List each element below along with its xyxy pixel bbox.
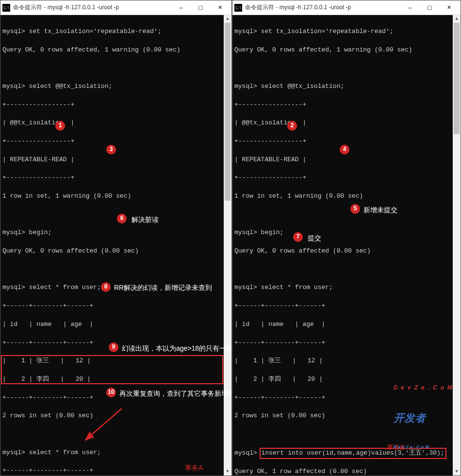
table-sep: +------+--------+------+ <box>234 302 459 311</box>
scrollbar-left[interactable]: ▲ ▼ <box>224 15 231 476</box>
table-sep: +-----------------+ <box>2 101 230 110</box>
badge-1: 1 <box>55 121 65 131</box>
annotation-8: RR解决的幻读，新增记录未查到 <box>114 283 212 292</box>
table-sep: +------+--------+------+ <box>234 339 459 348</box>
table-row: | 1 | 张三 | 12 | <box>234 357 459 366</box>
badge-7: 7 <box>293 232 303 242</box>
left-window: C:\ 命令提示符 - mysql -h 127.0.0.1 -uroot -p… <box>0 0 232 476</box>
minimize-button[interactable]: ─ <box>400 0 420 15</box>
table-header: | id | name | age | <box>2 320 230 329</box>
badge-2: 2 <box>287 121 297 131</box>
badge-8: 8 <box>101 282 111 292</box>
cmd-line: mysql> begin; <box>234 228 459 238</box>
table-row: | 1 | 张三 | 12 | <box>2 357 230 366</box>
cmd-line: mysql> select * from user; <box>234 283 459 292</box>
titlebar-left[interactable]: C:\ 命令提示符 - mysql -h 127.0.0.1 -uroot -p… <box>0 0 231 15</box>
scroll-down-icon[interactable]: ▼ <box>453 468 461 476</box>
annotation-6: 解决脏读 <box>132 215 159 224</box>
scroll-down-icon[interactable]: ▼ <box>224 468 231 476</box>
annotation-7: 提交 <box>308 233 321 243</box>
arrow-icon <box>73 404 127 447</box>
close-button[interactable]: ✕ <box>439 0 459 15</box>
table-header: | @@tx_isolation | <box>2 119 230 128</box>
output-line: 2 rows in set (0.00 sec) <box>2 411 230 421</box>
output-line: Query OK, 0 rows affected (0.00 sec) <box>234 247 459 256</box>
scroll-track[interactable] <box>224 23 231 468</box>
table-sep: +-----------------+ <box>234 173 459 183</box>
close-button[interactable]: ✕ <box>210 0 230 15</box>
output-line: Query OK, 0 rows affected (0.00 sec) <box>2 247 230 256</box>
output-line: Query OK, 0 rows affected, 1 warning (0.… <box>234 46 459 55</box>
scroll-thumb[interactable] <box>454 23 460 134</box>
table-sep: +-----------------+ <box>234 101 459 110</box>
terminal-left[interactable]: mysql> set tx_isolation='repeatable-read… <box>0 15 231 476</box>
table-sep: +-----------------+ <box>2 173 230 183</box>
output-line: Query OK, 0 rows affected, 1 warning (0.… <box>2 46 230 55</box>
cmd-line: mysql> select @@tx_isolation; <box>2 82 230 91</box>
window-title-left: 命令提示符 - mysql -h 127.0.0.1 -uroot -p <box>13 3 171 12</box>
window-title-right: 命令提示符 - mysql -h 127.0.0.1 -uroot -p <box>245 3 400 12</box>
badge-9: 9 <box>109 342 118 352</box>
cmd-icon: C:\ <box>234 4 242 12</box>
table-row: | REPEATABLE-READ | <box>2 155 230 165</box>
output-line: 1 row in set, 1 warning (0.00 sec) <box>2 192 230 201</box>
titlebar-right[interactable]: C:\ 命令提示符 - mysql -h 127.0.0.1 -uroot -p… <box>232 0 461 15</box>
table-header: | @@tx_isolation | <box>234 119 459 128</box>
table-sep: +------+--------+------+ <box>2 302 230 311</box>
cmd-line: mysql> select @@tx_isolation; <box>234 82 459 91</box>
maximize-button[interactable]: ▢ <box>191 0 210 15</box>
scroll-thumb[interactable] <box>225 23 230 201</box>
scroll-up-icon[interactable]: ▲ <box>224 15 231 23</box>
table-row: | 2 | 李四 | 20 | <box>2 375 230 384</box>
cmd-icon: C:\ <box>2 4 10 12</box>
right-window: C:\ 命令提示符 - mysql -h 127.0.0.1 -uroot -p… <box>232 0 461 476</box>
footer-label-a: 事务A <box>185 463 203 473</box>
table-row: | REPEATABLE-READ | <box>234 155 459 165</box>
minimize-button[interactable]: ─ <box>171 0 191 15</box>
terminal-right[interactable]: mysql> set tx_isolation='repeatable-read… <box>232 15 461 476</box>
annotation-5: 新增未提交 <box>363 205 397 215</box>
badge-5: 5 <box>350 204 360 214</box>
watermark: DevZe.CoM 开发者 DevZe.CoM <box>394 365 456 469</box>
badge-10: 10 <box>106 388 116 397</box>
scroll-up-icon[interactable]: ▲ <box>453 15 461 23</box>
table-sep: +-----------------+ <box>2 137 230 146</box>
annotation-10: 再次重复查询，查到了其它事务新增的记录 <box>119 389 231 398</box>
maximize-button[interactable]: ▢ <box>420 0 439 15</box>
output-line: 1 row in set, 1 warning (0.00 sec) <box>234 192 459 201</box>
badge-3: 3 <box>106 145 116 154</box>
cmd-line: mysql> select * from user; <box>2 448 230 458</box>
table-header: | id | name | age | <box>234 320 459 329</box>
badge-4: 4 <box>340 145 349 154</box>
annotation-9: 幻读出现，本以为age>18的只有一条，但实际受影响2条，像出现了幻觉 <box>122 343 231 353</box>
cmd-line: mysql> begin; <box>2 228 230 238</box>
badge-6: 6 <box>117 214 127 223</box>
cmd-line: mysql> set tx_isolation='repeatable-read… <box>234 27 459 36</box>
cmd-line: mysql> set tx_isolation='repeatable-read… <box>2 27 230 36</box>
